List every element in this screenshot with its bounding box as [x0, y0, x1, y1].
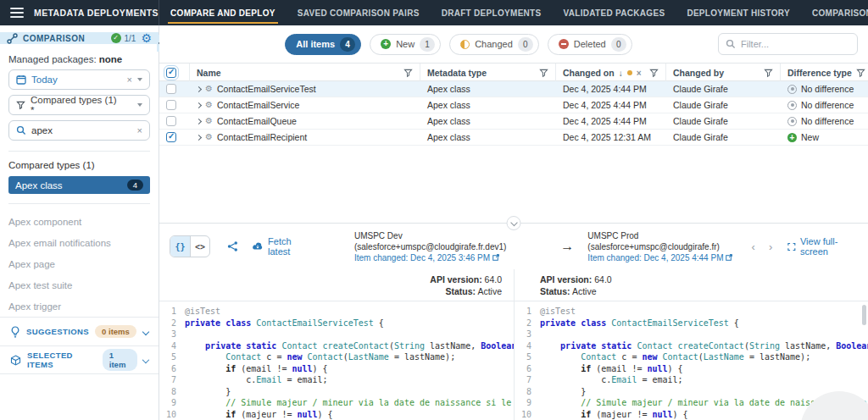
sidebar-type-item[interactable]: Apex trigger: [8, 296, 150, 317]
compared-types-select[interactable]: Compared types (1) * ×: [8, 95, 150, 115]
code-line: 5 Contact c = new Contact(LastName = las…: [159, 351, 514, 363]
selected-items-section[interactable]: SELECTED ITEMS 1 item: [0, 345, 159, 374]
topbar-tab[interactable]: DRAFT DEPLOYMENTS: [431, 0, 553, 25]
line-number: 5: [159, 351, 185, 363]
line-number: 4: [515, 340, 540, 352]
fullscreen-button[interactable]: View full-screen: [787, 236, 858, 257]
expand-row-icon[interactable]: [197, 103, 201, 108]
pill-count-badge: 0: [518, 37, 533, 52]
table-row[interactable]: ⚙ContactEmailServiceApex classDec 4, 202…: [159, 97, 868, 113]
sort-desc-icon[interactable]: ↓: [619, 69, 623, 78]
code-line: 2private class ContactEmailServiceTest {: [515, 318, 868, 329]
filter-pill-all[interactable]: All items4: [285, 34, 361, 55]
row-changed-by: Claude Girafe: [666, 132, 781, 142]
table-row[interactable]: ⚙ContactEmailQueueApex classDec 4, 2025 …: [159, 113, 868, 130]
item-nav: ‹ ›: [752, 240, 773, 253]
topbar-tab[interactable]: COMPARISON HISTORY: [801, 0, 868, 25]
comparison-sidebar: COMPARISON ✓ 1/1 ⚙ Managed packages: non…: [0, 25, 159, 420]
sidebar-type-item[interactable]: Apex page: [8, 253, 150, 274]
code-line: 1@isTest: [515, 306, 868, 318]
expand-row-icon[interactable]: [197, 119, 201, 124]
diff-view-button[interactable]: <>: [190, 236, 209, 257]
line-number: 2: [515, 318, 540, 329]
next-item-button[interactable]: ›: [769, 240, 772, 253]
row-metadata-type: Apex class: [420, 116, 556, 126]
topbar: METADATA DEPLOYMENTS COMPARE AND DEPLOYS…: [0, 0, 868, 25]
gear-icon[interactable]: ⚙: [141, 32, 152, 44]
clear-sort-icon[interactable]: ×: [637, 69, 642, 78]
filter-funnel-icon[interactable]: [539, 69, 548, 78]
cube-icon: [10, 355, 21, 366]
row-changed-by: Claude Girafe: [666, 116, 781, 126]
selected-items-count-badge: 1 item: [103, 349, 138, 371]
target-item-changed[interactable]: Item changed: Dec 4, 2025 4:44 PM: [587, 252, 723, 263]
filter-funnel-icon[interactable]: [649, 69, 659, 78]
sidebar-type-item[interactable]: Apex test suite: [8, 274, 150, 296]
suggestions-count-badge: 0 items: [95, 325, 136, 338]
line-number: 3: [159, 329, 185, 340]
row-checkbox[interactable]: [166, 100, 176, 110]
row-checkbox[interactable]: [166, 84, 176, 94]
code-view-button[interactable]: {}: [170, 236, 190, 257]
sidebar-type-item[interactable]: Apex component: [8, 211, 150, 232]
target-org-name: UMSPC Prod (salesforce+umspc@cloudgirafe…: [587, 230, 751, 252]
item-meta: API version: 64.0 Status: Active API ver…: [159, 269, 868, 301]
no-difference-icon: [787, 117, 797, 126]
funnel-icon: [16, 101, 25, 110]
date-filter-select[interactable]: Today ×: [8, 69, 150, 90]
code-line: 1@isTest: [159, 306, 514, 318]
sidebar-item-apex-class[interactable]: Apex class 4: [8, 176, 150, 194]
row-name: ContactEmailQueue: [217, 116, 297, 126]
code-line: 9 // Simule majeur / mineur via la date …: [159, 397, 514, 409]
diff-label: No difference: [801, 116, 854, 126]
search-input[interactable]: [31, 125, 116, 135]
filter-pill-changed[interactable]: Changed0: [449, 34, 539, 55]
source-item-changed[interactable]: Item changed: Dec 4, 2025 3:46 PM: [354, 252, 490, 263]
new-icon: +: [787, 133, 797, 142]
collapse-panel-button[interactable]: [507, 216, 521, 230]
scrollbar-thumb[interactable]: [862, 305, 866, 325]
chevron-down-icon: [137, 103, 142, 107]
table-row[interactable]: ⚙ContactEmailRecipientApex classDec 4, 2…: [159, 130, 868, 146]
topbar-tab[interactable]: SAVED COMPARISON PAIRS: [287, 0, 431, 25]
table-row[interactable]: ⚙ContactEmailServiceTestApex classDec 4,…: [159, 81, 868, 97]
hamburger-menu-icon[interactable]: [10, 8, 24, 18]
half-circle-icon: [460, 40, 470, 49]
filter-input[interactable]: [741, 39, 834, 49]
filter-pill-new[interactable]: +New1: [370, 34, 441, 55]
expand-row-icon[interactable]: [197, 87, 201, 91]
sidebar-type-item[interactable]: Apex email notifications: [8, 232, 150, 253]
topbar-tab[interactable]: DEPLOYMENT HISTORY: [676, 0, 801, 25]
filter-funnel-icon[interactable]: [764, 69, 773, 78]
topbar-tab[interactable]: COMPARE AND DEPLOY: [159, 0, 287, 25]
managed-packages: Managed packages: none: [8, 54, 150, 64]
filter-funnel-icon[interactable]: [856, 69, 865, 78]
clear-search-icon[interactable]: ×: [137, 125, 142, 135]
row-difference-type: No difference: [781, 100, 868, 110]
no-difference-icon: [787, 101, 797, 110]
line-number: 4: [159, 340, 185, 352]
type-search-box[interactable]: ×: [8, 120, 150, 141]
line-number: 1: [159, 306, 185, 318]
topbar-tab[interactable]: VALIDATED PACKAGES: [553, 0, 676, 25]
prev-item-button[interactable]: ‹: [752, 240, 755, 253]
row-checkbox[interactable]: [166, 116, 176, 126]
clear-date-icon[interactable]: ×: [127, 75, 132, 85]
row-changed-by: Claude Girafe: [666, 84, 781, 94]
results-filter-box[interactable]: [718, 33, 858, 55]
row-metadata-type: Apex class: [420, 100, 556, 110]
suggestions-section[interactable]: SUGGESTIONS 0 items: [0, 317, 159, 345]
row-difference-type: +New: [781, 132, 868, 142]
select-all-checkbox[interactable]: [166, 68, 176, 78]
row-checkbox[interactable]: [166, 132, 176, 142]
expand-row-icon[interactable]: [197, 135, 201, 140]
fetch-latest-button[interactable]: Fetch latest: [252, 236, 310, 257]
pill-count-badge: 4: [340, 37, 355, 52]
pill-label: All items: [296, 39, 335, 49]
diff-label: No difference: [801, 100, 854, 110]
share-icon[interactable]: [227, 240, 238, 252]
code-line: 3: [159, 329, 514, 340]
col-difference-type: Difference type: [787, 68, 852, 78]
filter-pill-deleted[interactable]: Deleted0: [548, 34, 632, 55]
filter-funnel-icon[interactable]: [403, 69, 413, 78]
